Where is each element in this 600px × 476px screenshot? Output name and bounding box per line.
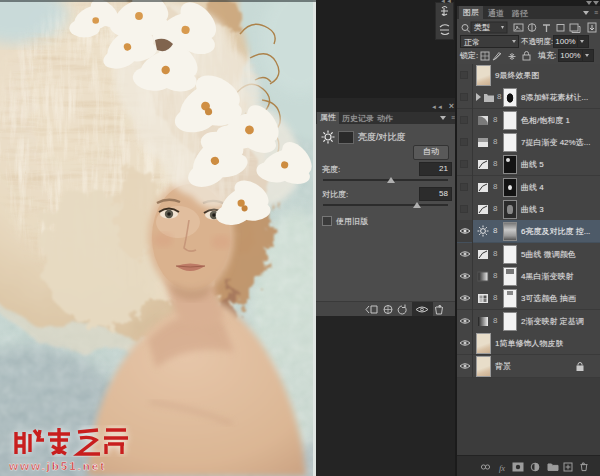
svg-text:fx: fx bbox=[499, 463, 505, 473]
svg-text:www.jb51.net: www.jb51.net bbox=[8, 460, 106, 472]
